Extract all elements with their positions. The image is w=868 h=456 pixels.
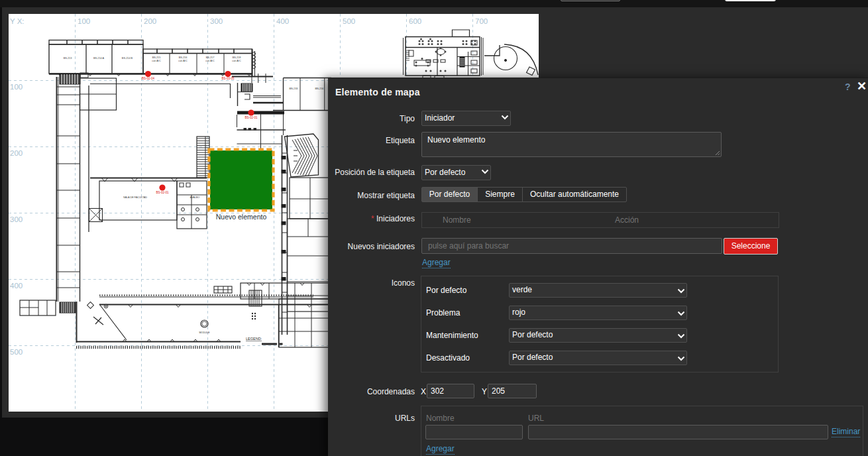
svg-text:con A/C: con A/C [152,60,161,62]
svg-text:BN-256: BN-256 [315,87,324,90]
svg-text:BS-02-01: BS-02-01 [244,116,258,119]
svg-text:100: 100 [10,83,23,91]
svg-text:con A/C: con A/C [205,60,215,62]
svg-text:BN-233: BN-233 [290,87,298,90]
svg-text:BS-213: BS-213 [64,57,72,60]
svg-text:400: 400 [10,282,23,290]
svg-text:400: 400 [276,17,289,25]
svg-text:con A/C: con A/C [178,60,188,62]
svg-text:MODULE: MODULE [199,331,210,334]
svg-text:SALA DE FACULTAD: SALA DE FACULTAD [123,196,147,199]
svg-text:BS-218: BS-218 [233,56,241,59]
svg-text:300: 300 [210,17,223,25]
svg-text:BS-03-05: BS-03-05 [221,77,235,80]
svg-text:BS-214 B: BS-214 B [122,57,133,60]
svg-text:con A/C: con A/C [232,60,241,62]
svg-text:BS-214 A: BS-214 A [93,57,105,60]
svg-text:AVALBO: AVALBO [190,196,200,199]
svg-text:Nuevo elemento: Nuevo elemento [216,213,267,221]
svg-text:BS-217: BS-217 [206,56,215,59]
svg-text:200: 200 [144,17,156,25]
svg-text:200: 200 [10,149,23,157]
svg-text:600: 600 [409,17,421,25]
svg-text:100: 100 [78,17,90,25]
svg-text:BS-215: BS-215 [152,56,161,59]
svg-text:Y X:: Y X: [10,17,25,25]
svg-text:500: 500 [343,17,355,25]
svg-text:BS-02-01: BS-02-01 [156,191,169,194]
svg-text:300: 300 [10,215,23,223]
svg-text:BS-02-04: BS-02-04 [142,77,155,80]
svg-text:LEGEND:: LEGEND: [246,337,262,341]
svg-text:BS-216: BS-216 [179,56,188,59]
svg-text:500: 500 [10,348,23,356]
svg-text:700: 700 [475,17,488,25]
